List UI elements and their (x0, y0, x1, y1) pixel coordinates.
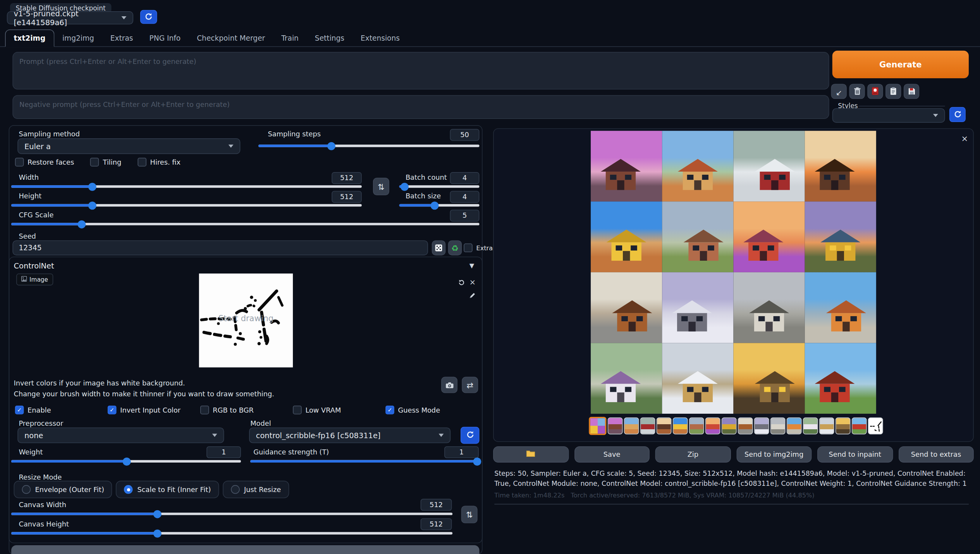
zip-button[interactable]: Zip (655, 446, 731, 463)
cfg-scale-slider[interactable] (11, 220, 479, 229)
generated-image-1[interactable] (591, 131, 662, 202)
gallery-close-button[interactable]: × (961, 134, 968, 143)
thumbnail-image-8[interactable] (722, 417, 737, 434)
generated-image-3[interactable] (733, 131, 805, 202)
sampling-steps-input[interactable]: 50 (450, 129, 480, 141)
controlnet-weight-slider[interactable] (11, 457, 241, 466)
swap-width-height-button[interactable]: ⇅ (373, 178, 389, 195)
prompt-input[interactable] (13, 53, 829, 89)
generated-image-6[interactable] (662, 201, 733, 272)
radio-unselected[interactable] (231, 485, 240, 494)
canvas-width-slider[interactable] (11, 509, 452, 518)
thumbnail-image-9[interactable] (738, 417, 753, 434)
apply-style-button[interactable] (885, 84, 901, 99)
canvas-height-input[interactable]: 512 (421, 518, 452, 530)
toggle-enable[interactable]: ✓Enable (15, 406, 108, 415)
checkbox-checked[interactable]: ✓ (15, 406, 24, 415)
toggle-hires-fix[interactable]: Hires. fix (138, 158, 181, 167)
reuse-seed-button[interactable]: ♻ (448, 240, 462, 255)
preprocessor-dropdown[interactable]: none (17, 427, 224, 443)
tab-img2img[interactable]: img2img (54, 30, 102, 46)
negative-prompt-input[interactable] (13, 96, 829, 118)
checkbox-checked[interactable]: ✓ (108, 406, 117, 415)
generated-image-7[interactable] (733, 201, 805, 272)
trash-button[interactable] (849, 84, 865, 99)
sampling-method-dropdown[interactable]: Euler a (17, 138, 240, 154)
thumbnail-image-14[interactable] (819, 417, 834, 434)
generated-image-14[interactable] (662, 343, 733, 414)
styles-refresh-button[interactable] (949, 107, 966, 122)
thumbnail-image-7[interactable] (705, 417, 720, 434)
generated-image-13[interactable] (591, 343, 662, 414)
guidance-strength-slider[interactable] (250, 457, 479, 466)
toggle-restore-faces[interactable]: Restore faces (15, 158, 74, 167)
canvas-width-input[interactable]: 512 (421, 499, 452, 511)
controlnet-canvas[interactable]: Start drawing (199, 274, 293, 367)
send-to-extras-button[interactable]: Send to extras (898, 446, 974, 463)
thumbnail-image-4[interactable] (657, 417, 672, 434)
seed-extra-toggle[interactable]: Extra (464, 243, 493, 252)
generate-button[interactable]: Generate (832, 51, 969, 78)
height-slider[interactable] (11, 201, 362, 210)
checkpoint-refresh-button[interactable] (140, 10, 157, 24)
resize-option-just-resize[interactable]: Just Resize (223, 481, 289, 498)
sampling-steps-slider[interactable] (258, 141, 479, 150)
extra-checkbox[interactable] (464, 243, 473, 252)
thumbnail-image-6[interactable] (689, 417, 704, 434)
generated-image-2[interactable] (662, 131, 733, 202)
tab-settings[interactable]: Settings (307, 30, 352, 46)
controlnet-image-tab[interactable]: Image (16, 274, 53, 286)
generated-image-8[interactable] (805, 201, 876, 272)
generated-image-10[interactable] (662, 272, 733, 343)
toggle-guess-mode[interactable]: ✓Guess Mode (385, 406, 478, 415)
width-slider[interactable] (11, 182, 362, 191)
toggle-low-vram[interactable]: Low VRAM (293, 406, 385, 415)
tab-checkpoint-merger[interactable]: Checkpoint Merger (189, 30, 273, 46)
radio-selected[interactable] (124, 485, 133, 494)
generated-image-12[interactable] (805, 272, 876, 343)
generated-image-15[interactable] (733, 343, 805, 414)
thumbnail-grid-montage[interactable] (589, 416, 606, 435)
read-params-button[interactable]: ↙ (831, 84, 846, 99)
thumbnail-image-13[interactable] (803, 417, 818, 434)
resize-option-envelope-outer-fit-[interactable]: Envelope (Outer Fit) (14, 481, 112, 498)
canvas-brush-button[interactable] (468, 290, 478, 300)
thumbnail-image-2[interactable] (624, 417, 639, 434)
controlnet-weight-input[interactable]: 1 (206, 446, 241, 458)
thumbnail-image-11[interactable] (770, 417, 786, 434)
batch-size-slider[interactable] (399, 201, 480, 210)
thumbnail-image-10[interactable] (754, 417, 769, 434)
controlnet-collapse-button[interactable]: ▼ (469, 262, 474, 269)
seed-input[interactable]: 12345 (12, 240, 428, 255)
thumbnail-image-5[interactable] (673, 417, 688, 434)
send-to-inpaint-button[interactable]: Send to inpaint (817, 446, 893, 463)
toggle-invert-input-color[interactable]: ✓Invert Input Color (108, 406, 200, 415)
thumbnail-image-1[interactable] (608, 417, 623, 434)
save-style-button[interactable] (904, 84, 919, 99)
canvas-clear-button[interactable]: × (468, 277, 478, 287)
canvas-height-slider[interactable] (11, 529, 452, 538)
controlnet-model-dropdown[interactable]: control_scribble-fp16 [c508311e] (249, 427, 450, 443)
controlnet-model-refresh-button[interactable] (461, 427, 479, 444)
swap-canvas-dims-button[interactable]: ⇅ (461, 506, 478, 523)
checkbox-unchecked[interactable] (90, 158, 99, 167)
checkbox-checked[interactable]: ✓ (385, 406, 394, 415)
checkpoint-dropdown[interactable]: v1-5-pruned.ckpt [e1441589a6] (7, 11, 133, 24)
batch-count-slider[interactable] (399, 182, 480, 191)
extra-networks-button[interactable] (867, 84, 883, 99)
checkbox-unchecked[interactable] (15, 158, 24, 167)
mirror-webcam-button[interactable]: ⇄ (462, 377, 478, 393)
webcam-button[interactable] (441, 377, 457, 393)
random-seed-button[interactable] (432, 240, 446, 255)
generated-image-11[interactable] (733, 272, 805, 343)
radio-unselected[interactable] (22, 485, 31, 494)
tab-extras[interactable]: Extras (102, 30, 141, 46)
send-to-img2img-button[interactable]: Send to img2img (736, 446, 812, 463)
checkbox-unchecked[interactable] (200, 406, 209, 415)
guidance-strength-input[interactable]: 1 (444, 446, 479, 458)
checkbox-unchecked[interactable] (138, 158, 146, 167)
tab-extensions[interactable]: Extensions (352, 30, 408, 46)
tab-train[interactable]: Train (273, 30, 307, 46)
negative-prompt-box[interactable] (12, 95, 829, 119)
generated-image-16[interactable] (805, 343, 876, 414)
